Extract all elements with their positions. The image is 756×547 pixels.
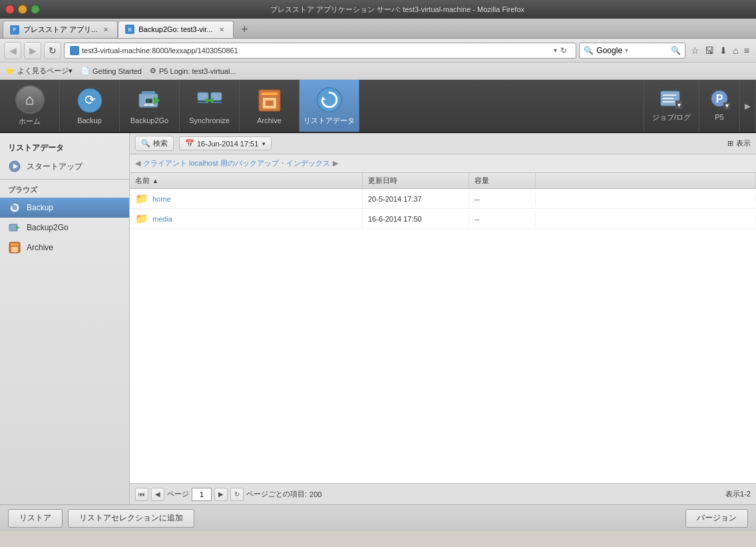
first-page-button[interactable]: ⏮	[135, 488, 148, 501]
bookmark-star-icon[interactable]: ☆	[691, 45, 699, 56]
restore-button[interactable]: リストア	[8, 509, 63, 528]
sidebar-archive-label: Archive	[27, 243, 53, 252]
bookmark-page-icon: 📄	[81, 67, 90, 75]
toolbar-right: ▾ ジョブ/ログ P ▾ P5 ▸	[644, 80, 756, 132]
toolbar-synchronize-button[interactable]: Synchronize	[180, 80, 240, 132]
file-row-media[interactable]: 📁 media 16-6-2014 17:50 --	[130, 209, 756, 229]
bookmark-p5-login[interactable]: ⚙ P5 Login: test3-virtual...	[150, 67, 236, 75]
svg-rect-21	[663, 101, 675, 102]
sidebar-item-archive[interactable]: Archive	[0, 238, 129, 258]
close-button[interactable]	[5, 5, 15, 14]
column-size-label: 容量	[474, 176, 489, 186]
search-dropdown[interactable]: ▾	[625, 47, 628, 54]
home-circle-icon: ⌂	[15, 85, 45, 114]
date-selector-button[interactable]: 📅 16-Jun-2014 17:51 ▾	[179, 136, 272, 150]
minimize-button[interactable]	[18, 5, 27, 14]
page-label: ページ	[167, 489, 189, 499]
bookmark-frequent[interactable]: ⭐ よく見るページ▾	[5, 66, 73, 76]
search-submit-icon[interactable]: 🔍	[671, 46, 681, 55]
toolbar-spacer	[359, 80, 644, 132]
home-icon[interactable]: ⌂	[733, 45, 738, 56]
bookmark-gear-icon: ⚙	[150, 67, 156, 75]
toolbar-backup2go-button[interactable]: 💻 Backup2Go	[120, 80, 180, 132]
file-cell-size-media: --	[469, 212, 536, 226]
breadcrumb-back-icon[interactable]: ◀	[135, 159, 140, 168]
main-layout: リストアデータ スタートアップ ブラウズ Backup	[0, 133, 756, 504]
forward-button[interactable]: ▶	[24, 42, 41, 59]
restore-icon	[316, 87, 343, 113]
url-bar[interactable]: test3-virtual-machine:8000/lexxapp/14030…	[64, 43, 576, 59]
toolbar-p5-button[interactable]: P ▾ P5	[699, 80, 740, 132]
search-button[interactable]: 🔍 検索	[135, 136, 174, 151]
app-toolbar: ⌂ ホーム ⟳ Backup 💻 Backup2Go	[0, 80, 756, 133]
refresh-button[interactable]: ↻	[44, 42, 61, 59]
save-page-icon[interactable]: 🖫	[705, 45, 714, 56]
prev-page-button[interactable]: ◀	[151, 488, 164, 501]
column-name[interactable]: 名前 ▲	[130, 173, 363, 188]
breadcrumb-path[interactable]: クライアント localhost 用のバックアップ・インデックス	[143, 158, 330, 168]
toolbar-archive-button[interactable]: Archive	[240, 80, 299, 132]
svg-point-16	[317, 87, 341, 111]
maximize-button[interactable]	[31, 5, 40, 14]
items-per-page-count: 200	[309, 490, 321, 498]
toolbar-joblog-label: ジョブ/ログ	[652, 112, 691, 122]
new-tab-button[interactable]: +	[236, 21, 254, 38]
svg-rect-20	[663, 98, 673, 99]
file-row-home[interactable]: 📁 home 20-5-2014 17:37 --	[130, 189, 756, 209]
bottom-bar: リストア リストアセレクションに追加 バージョン	[0, 504, 756, 531]
more-icon: ▸	[745, 98, 751, 113]
svg-rect-15	[266, 100, 274, 106]
version-button[interactable]: バージョン	[685, 509, 748, 528]
svg-rect-35	[11, 244, 19, 246]
sidebar-startup[interactable]: スタートアップ	[0, 156, 129, 176]
search-icon: 🔍	[584, 46, 594, 55]
toolbar-restore-button[interactable]: リストアデータ	[299, 80, 359, 132]
tab-close-1[interactable]: ✕	[101, 25, 110, 35]
view-control[interactable]: ⊞ 表示	[727, 138, 751, 148]
tab-label-1: プレスストア アプリ...	[23, 25, 97, 35]
menu-icon[interactable]: ≡	[744, 45, 749, 56]
column-date[interactable]: 更新日時	[363, 173, 469, 188]
sort-arrow-icon: ▲	[152, 178, 158, 184]
url-text: test3-virtual-machine:8000/lexxapp/14030…	[82, 47, 551, 55]
bookmarks-bar: ⭐ よく見るページ▾ 📄 Getting Started ⚙ P5 Login:…	[0, 63, 756, 80]
page-number-input[interactable]	[192, 488, 212, 501]
svg-marker-33	[16, 226, 20, 229]
bookmark-p5-label: P5 Login: test3-virtual...	[159, 67, 236, 75]
toolbar-backup-label: Backup	[77, 116, 102, 124]
tab-2[interactable]: B Backup2Go: test3-vir... ✕	[118, 21, 233, 38]
search-bar[interactable]: 🔍 Google ▾ 🔍	[579, 43, 685, 59]
sidebar-browse-title: ブラウズ	[0, 182, 129, 198]
tab-label-2: Backup2Go: test3-vir...	[138, 25, 212, 33]
column-size[interactable]: 容量	[469, 173, 536, 188]
svg-text:▾: ▾	[725, 102, 729, 109]
tab-1[interactable]: P プレスストア アプリ... ✕	[3, 21, 118, 38]
sidebar-item-backup[interactable]: Backup	[0, 198, 129, 218]
toolbar-backup-button[interactable]: ⟳ Backup	[60, 80, 120, 132]
grid-icon: ⊞	[727, 139, 733, 148]
pagination-status: 表示1-2	[725, 489, 751, 499]
back-button[interactable]: ◀	[4, 42, 21, 59]
last-page-button[interactable]: ↻	[230, 488, 244, 501]
toolbar-backup2go-label: Backup2Go	[130, 116, 168, 124]
file-cell-name-home: 📁 home	[130, 189, 363, 208]
svg-text:P: P	[716, 93, 723, 104]
file-cell-rest-media	[536, 216, 756, 222]
add-selection-button[interactable]: リストアセレクションに追加	[68, 509, 194, 528]
content-toolbar: 🔍 検索 📅 16-Jun-2014 17:51 ▾ ⊞ 表示	[130, 133, 756, 154]
next-page-button[interactable]: ▶	[214, 488, 228, 501]
tab-bar: P プレスストア アプリ... ✕ B Backup2Go: test3-vir…	[0, 19, 756, 39]
tab-close-2[interactable]: ✕	[217, 25, 226, 34]
url-refresh-icon[interactable]: ↻	[557, 44, 570, 57]
archive-icon	[256, 87, 283, 114]
sidebar-item-backup2go[interactable]: Backup2Go	[0, 218, 129, 238]
download-icon[interactable]: ⬇	[719, 45, 727, 56]
breadcrumb-forward-icon[interactable]: ▶	[333, 159, 338, 168]
toolbar-more-button[interactable]: ▸	[740, 80, 756, 132]
bookmark-getting-started[interactable]: 📄 Getting Started	[81, 67, 142, 75]
toolbar-joblog-button[interactable]: ▾ ジョブ/ログ	[644, 80, 699, 132]
sidebar-backup2go-label: Backup2Go	[27, 223, 69, 232]
toolbar-home-button[interactable]: ⌂ ホーム	[0, 80, 60, 132]
file-list-header: 名前 ▲ 更新日時 容量	[130, 173, 756, 189]
svg-text:💻: 💻	[142, 96, 154, 107]
